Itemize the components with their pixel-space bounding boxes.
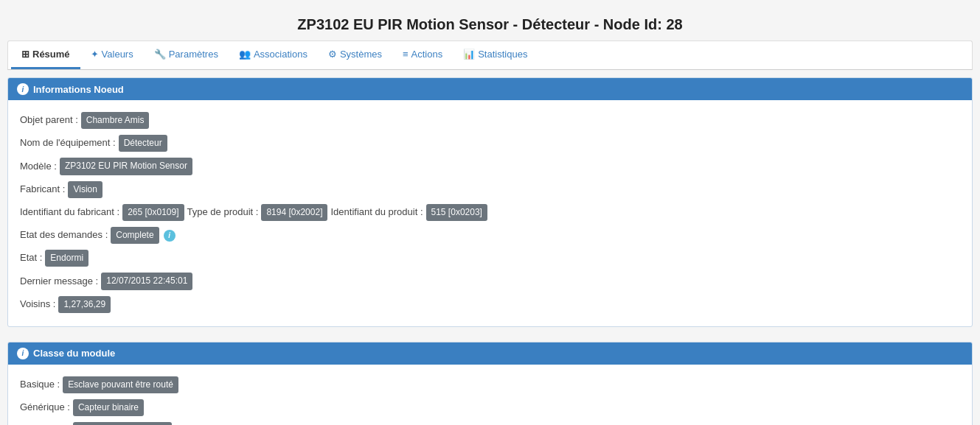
- node-info-row: Nom de l'équipement :Détecteur: [20, 132, 960, 155]
- row-extra-label: Type de produit :: [187, 205, 259, 220]
- module-row-label: Basique :: [20, 377, 60, 393]
- row-badge: ZP3102 EU PIR Motion Sensor: [60, 158, 192, 175]
- tab-resume[interactable]: ⊞Résumé: [11, 41, 80, 69]
- node-info-body: Objet parent :Chambre AmisNom de l'équip…: [8, 100, 972, 326]
- tab-icon-systemes: ⚙: [328, 49, 337, 60]
- tab-label-statistiques: Statistiques: [478, 49, 527, 60]
- tab-actions[interactable]: ≡Actions: [392, 41, 453, 69]
- row-label: Modèle :: [20, 159, 57, 175]
- module-row-badge: Esclave pouvant être routé: [63, 376, 178, 393]
- node-info-row: Etat des demandes :Completei: [20, 224, 960, 247]
- row-label: Etat :: [20, 250, 42, 266]
- tab-icon-statistiques: 📊: [463, 49, 475, 60]
- page-title: ZP3102 EU PIR Motion Sensor - Détecteur …: [7, 7, 973, 41]
- tab-statistiques[interactable]: 📊Statistiques: [453, 41, 538, 69]
- tab-label-valeurs: Valeurs: [102, 49, 133, 60]
- node-info-row: Objet parent :Chambre Amis: [20, 109, 960, 132]
- row-badge: 12/07/2015 22:45:01: [101, 273, 192, 289]
- tab-label-systemes: Systèmes: [340, 49, 382, 60]
- module-class-row: Générique :Capteur binaire: [20, 396, 960, 419]
- module-row-label: Générique :: [20, 400, 70, 415]
- node-info-row: Voisins :1,27,36,29: [20, 293, 960, 316]
- row-extra-badge2: 515 [0x0203]: [426, 204, 487, 221]
- row-label: Identifiant du fabricant :: [20, 205, 119, 220]
- node-info-row: Fabricant :Vision: [20, 178, 960, 201]
- tab-icon-parametres: 🔧: [154, 49, 166, 60]
- row-label: Nom de l'équipement :: [20, 136, 116, 151]
- tab-systemes[interactable]: ⚙Systèmes: [318, 41, 392, 69]
- tab-icon-associations: 👥: [239, 49, 251, 60]
- tab-icon-valeurs: ✦: [91, 49, 99, 60]
- row-label: Etat des demandes :: [20, 228, 108, 243]
- node-info-row: Identifiant du fabricant :265 [0x0109] T…: [20, 201, 960, 224]
- node-info-title: Informations Noeud: [33, 84, 124, 95]
- node-info-row: Dernier message :12/07/2015 22:45:01: [20, 270, 960, 292]
- module-row-badge: Routing Binary Sensor: [73, 422, 172, 425]
- node-info-header: i Informations Noeud: [8, 78, 972, 100]
- row-label: Fabricant :: [20, 182, 65, 197]
- node-info-row: Modèle :ZP3102 EU PIR Motion Sensor: [20, 155, 960, 178]
- module-row-badge: Capteur binaire: [73, 399, 144, 416]
- tab-label-associations: Associations: [254, 49, 307, 60]
- tab-label-resume: Résumé: [32, 49, 70, 60]
- page-wrapper: ZP3102 EU PIR Motion Sensor - Détecteur …: [0, 0, 980, 425]
- module-class-body: Basique :Esclave pouvant être routéGénér…: [8, 365, 972, 425]
- row-badge: Vision: [68, 181, 102, 198]
- row-badge: Endormi: [45, 250, 88, 267]
- tab-icon-actions: ≡: [403, 49, 409, 60]
- row-label: Voisins :: [20, 297, 55, 312]
- module-class-title: Classe du module: [33, 348, 115, 359]
- module-class-row: Basique :Esclave pouvant être routé: [20, 373, 960, 396]
- node-info-card: i Informations Noeud Objet parent :Chamb…: [7, 77, 973, 327]
- tab-label-parametres: Paramètres: [169, 49, 218, 60]
- row-info-icon[interactable]: i: [164, 230, 176, 242]
- node-info-row: Etat :Endormi: [20, 247, 960, 270]
- row-badge: Complete: [111, 227, 159, 244]
- info-icon: i: [17, 83, 29, 95]
- tab-label-actions: Actions: [411, 49, 443, 60]
- module-info-icon: i: [17, 348, 29, 359]
- module-class-header: i Classe du module: [8, 343, 972, 365]
- module-class-card: i Classe du module Basique :Esclave pouv…: [7, 342, 973, 425]
- row-badge: Détecteur: [119, 135, 167, 152]
- row-badge: 1,27,36,29: [58, 296, 111, 313]
- tab-parametres[interactable]: 🔧Paramètres: [144, 41, 229, 69]
- row-badge: Chambre Amis: [81, 112, 150, 129]
- tabs-bar: ⊞Résumé✦Valeurs🔧Paramètres👥Associations⚙…: [7, 41, 973, 70]
- module-class-row: Spécifique :Routing Binary Sensor: [20, 419, 960, 425]
- row-label: Dernier message :: [20, 274, 98, 289]
- tab-icon-resume: ⊞: [21, 49, 29, 60]
- row-badge: 265 [0x0109]: [122, 204, 184, 221]
- row-extra-badge: 8194 [0x2002]: [261, 204, 327, 221]
- section-separator: [7, 327, 973, 334]
- row-label: Objet parent :: [20, 113, 78, 128]
- tab-valeurs[interactable]: ✦Valeurs: [80, 41, 144, 69]
- tab-associations[interactable]: 👥Associations: [229, 41, 318, 69]
- row-extra-label2: Identifiant du produit :: [330, 205, 423, 220]
